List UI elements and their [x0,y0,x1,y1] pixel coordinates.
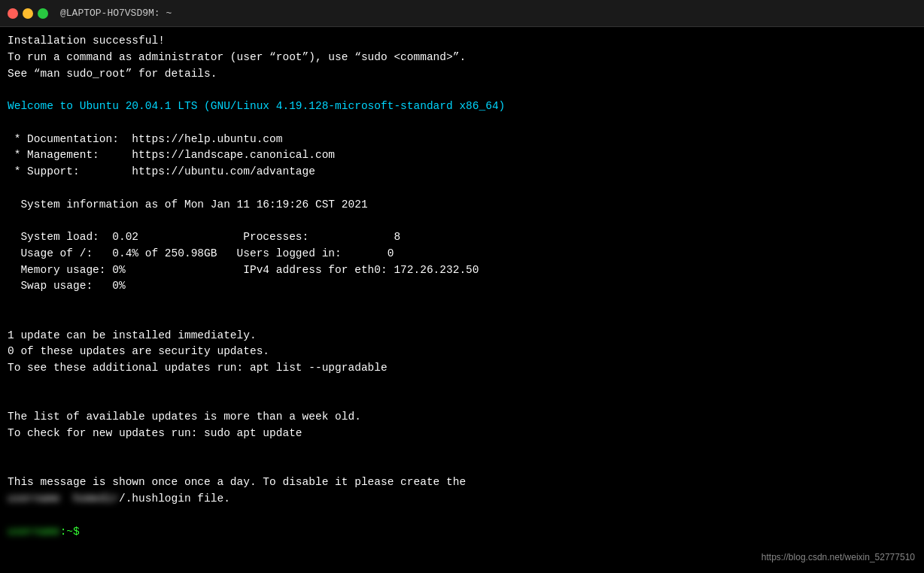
terminal-line: To run a command as administrator (user … [8,50,916,66]
terminal-line-welcome: Welcome to Ubuntu 20.04.1 LTS (GNU/Linux… [8,99,916,115]
terminal-spacer [8,311,916,328]
window-title: @LAPTOP-HO7VSD9M: ~ [60,8,172,19]
terminal-spacer [8,213,916,229]
terminal-line: * Management: https://landscape.canonica… [8,147,916,164]
terminal-line: To see these additional updates run: apt… [8,360,916,377]
terminal-line: Swap usage: 0% [8,278,916,295]
terminal-spacer [8,377,916,393]
terminal-spacer [8,442,916,459]
terminal-line-old-updates: The list of available updates is more th… [8,409,916,426]
terminal-spacer [8,115,916,132]
blurred-username: username homedir [8,491,119,508]
terminal-line-updates: 1 update can be installed immediately. [8,328,916,344]
terminal-line: System load: 0.02 Processes: 8 [8,229,916,246]
terminal-window[interactable]: Installation successful! To run a comman… [0,27,924,573]
terminal-line: * Support: https://ubuntu.com/advantage [8,164,916,180]
terminal-spacer [8,180,916,197]
watermark: https://blog.csdn.net/weixin_52777510 [761,550,915,564]
terminal-spacer [8,295,916,311]
terminal-line-message: This message is shown once once a day. T… [8,474,916,491]
terminal-line: Memory usage: 0% IPv4 address for eth0: … [8,262,916,279]
window-controls [8,8,48,19]
terminal-line: 0 of these updates are security updates. [8,344,916,360]
terminal-line: * Documentation: https://help.ubuntu.com [8,132,916,148]
terminal-spacer [8,459,916,475]
terminal-line: Usage of /: 0.4% of 250.98GB Users logge… [8,246,916,262]
terminal-line: To check for new updates run: sudo apt u… [8,426,916,442]
title-bar: @LAPTOP-HO7VSD9M: ~ [0,0,924,27]
terminal-spacer [8,508,916,524]
terminal-line: See “man sudo_root” for details. [8,66,916,83]
window: @LAPTOP-HO7VSD9M: ~ Installation success… [0,0,924,573]
terminal-line-hushlogin: username homedir/.hushlogin file. [8,491,916,508]
minimize-button[interactable] [23,8,33,19]
close-button[interactable] [8,8,18,19]
terminal-line: Installation successful! [8,33,916,50]
terminal-prompt: username:~$ [8,524,916,541]
prompt-host: :~$ [60,526,80,538]
terminal-spacer [8,393,916,410]
terminal-line-sysinfo: System information as of Mon Jan 11 16:1… [8,197,916,214]
maximize-button[interactable] [38,8,48,19]
terminal-spacer [8,82,916,99]
blurred-prompt-user: username [8,524,60,541]
